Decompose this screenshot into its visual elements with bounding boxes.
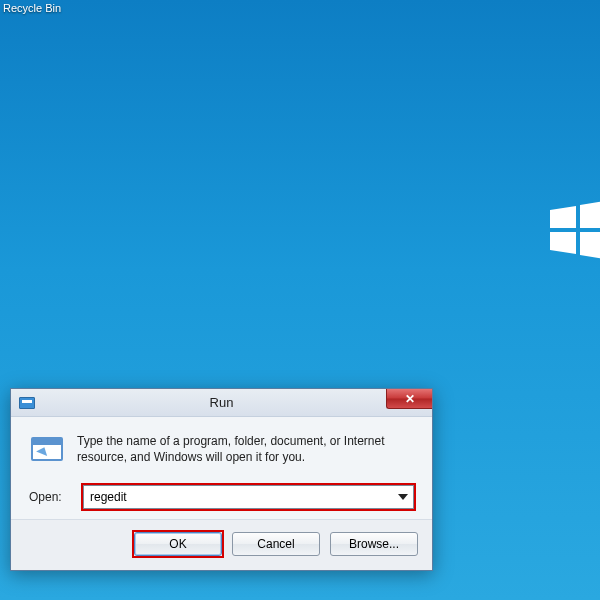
cancel-button[interactable]: Cancel [232, 532, 320, 556]
windows-logo-icon [550, 200, 600, 260]
dialog-body: Type the name of a program, folder, docu… [11, 417, 432, 519]
run-icon [29, 435, 65, 465]
button-row: OK Cancel Browse... [11, 519, 432, 570]
ok-button[interactable]: OK [134, 532, 222, 556]
recycle-bin-label[interactable]: Recycle Bin [3, 2, 61, 14]
titlebar[interactable]: Run ✕ [11, 389, 432, 417]
svg-marker-3 [580, 232, 600, 260]
open-input[interactable] [83, 485, 414, 509]
close-button[interactable]: ✕ [386, 389, 432, 409]
browse-button[interactable]: Browse... [330, 532, 418, 556]
dialog-title: Run [11, 395, 432, 410]
svg-marker-1 [580, 200, 600, 228]
svg-marker-2 [550, 232, 576, 254]
run-dialog: Run ✕ Type the name of a program, folder… [10, 388, 433, 571]
close-icon: ✕ [405, 392, 415, 406]
svg-marker-0 [550, 206, 576, 228]
open-combobox[interactable] [83, 485, 414, 509]
dialog-description: Type the name of a program, folder, docu… [77, 433, 414, 465]
open-label: Open: [29, 490, 73, 504]
